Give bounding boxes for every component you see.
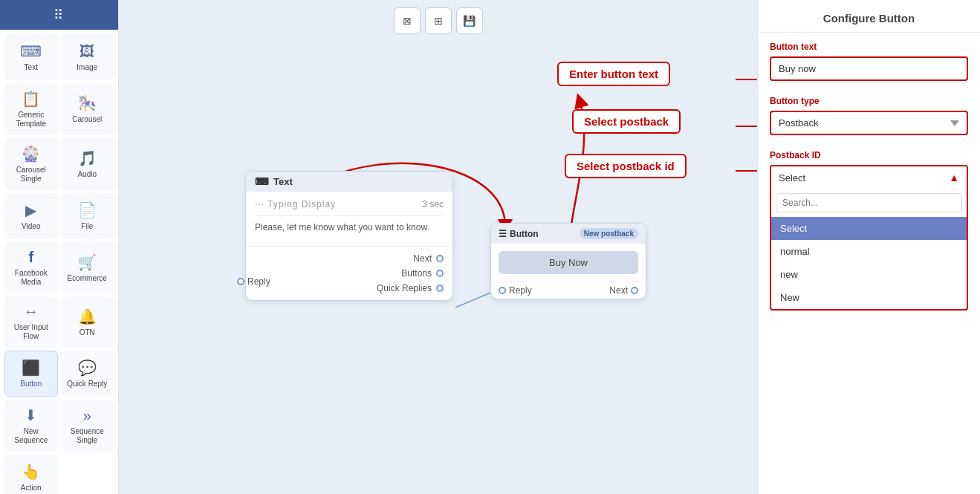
port-reply-label: Reply — [247, 276, 270, 287]
button-node-title: Button — [510, 229, 539, 239]
sidebar: ⠿ ⌨ Text 🖼 Image 📋 Generic Template 🎠 Ca… — [0, 0, 119, 494]
dropdown-option-New[interactable]: New — [771, 286, 967, 309]
button-type-select[interactable]: Postback URL — [770, 111, 968, 135]
text-node-header: ⌨ Text — [246, 172, 452, 192]
port-next-label: Next — [413, 253, 432, 264]
sidebar-item-audio[interactable]: 🎵 Audio — [61, 138, 114, 190]
new-sequence-icon: ⬇ — [25, 406, 37, 424]
annotation-enter-button-text-label: Enter button text — [557, 62, 670, 86]
video-icon: ▶ — [25, 201, 36, 219]
button-type-field: Button type Postback URL — [758, 87, 980, 141]
ecommerce-icon: 🛒 — [78, 253, 97, 271]
button-node-icon: ☰ — [499, 229, 507, 239]
text-node-body: ··· Typing Display 3 sec Please, let me … — [246, 192, 452, 246]
sidebar-item-ecommerce[interactable]: 🛒 Ecommerce — [61, 242, 114, 293]
facebook-icon: f — [28, 249, 33, 266]
toolbar-btn-expand[interactable]: ⊞ — [425, 7, 452, 34]
text-node-title: Text — [273, 176, 293, 187]
annotation-select-postback-label: Select postback — [572, 109, 681, 134]
sidebar-label-otn: OTN — [79, 328, 95, 337]
sidebar-label-user-input-flow: User Input Flow — [8, 323, 54, 341]
port-buttons-label: Buttons — [401, 268, 432, 279]
sidebar-item-video[interactable]: ▶ Video — [4, 193, 58, 239]
text-node-content: Please, let me know what you want to kno… — [255, 215, 444, 238]
dropdown-option-normal[interactable]: normal — [771, 240, 967, 263]
annotation-select-postback: Select postback — [572, 109, 681, 134]
port-next-row: Next — [255, 251, 444, 266]
sidebar-item-new-sequence[interactable]: ⬇ New Sequence — [4, 400, 58, 452]
sidebar-item-carousel[interactable]: 🎠 Carousel — [61, 83, 114, 135]
sidebar-label-carousel: Carousel — [72, 115, 102, 124]
sidebar-label-file: File — [81, 222, 93, 231]
postback-id-dropdown-list: Select normal new New — [771, 217, 967, 309]
sidebar-item-generic-template[interactable]: 📋 Generic Template — [4, 83, 58, 135]
dropdown-option-select[interactable]: Select — [771, 217, 967, 240]
button-node-body: Buy Now — [491, 244, 646, 282]
text-icon: ⌨ — [20, 42, 42, 60]
port-next-dot[interactable] — [436, 255, 444, 262]
sidebar-label-image: Image — [77, 63, 97, 72]
button-next-label: Next — [609, 285, 628, 296]
right-panel-title: Configure Button — [758, 0, 980, 33]
sidebar-item-user-input-flow[interactable]: ↔ User Input Flow — [4, 296, 58, 348]
sidebar-item-action[interactable]: 👆 Action — [4, 455, 58, 494]
text-node-footer: Next Buttons Quick Replies — [246, 246, 452, 300]
chevron-up-icon: ▲ — [949, 172, 959, 183]
postback-id-search-input[interactable] — [776, 193, 962, 212]
sidebar-item-sequence-single[interactable]: » Sequence Single — [61, 400, 114, 452]
image-icon: 🖼 — [79, 43, 94, 60]
sidebar-label-quick-reply: Quick Reply — [67, 380, 107, 389]
typing-display-row: ··· Typing Display 3 sec — [255, 199, 444, 209]
sidebar-item-text[interactable]: ⌨ Text — [4, 34, 58, 80]
sidebar-label-new-sequence: New Sequence — [8, 427, 54, 445]
button-type-label: Button type — [770, 96, 968, 106]
port-quick-replies-row: Quick Replies — [255, 281, 444, 296]
sidebar-label-facebook-media: Facebook Media — [8, 269, 54, 287]
sidebar-label-ecommerce: Ecommerce — [68, 274, 107, 283]
carousel-icon: 🎠 — [78, 94, 97, 112]
button-icon: ⬛ — [22, 359, 40, 377]
postback-id-dropdown-trigger[interactable]: Select ▲ — [771, 166, 967, 189]
postback-id-label: Postback ID — [770, 150, 968, 160]
port-reply-dot[interactable] — [237, 278, 244, 285]
sidebar-label-text: Text — [25, 63, 38, 72]
sidebar-item-file[interactable]: 📄 File — [61, 193, 114, 239]
text-node: ⌨ Text ··· Typing Display 3 sec Please, … — [245, 171, 453, 301]
button-text-input[interactable] — [770, 56, 968, 81]
toolbar-btn-first[interactable]: ⊠ — [394, 7, 421, 34]
port-quick-replies-dot[interactable] — [436, 285, 444, 292]
postback-id-field: Postback ID Select ▲ Select normal new N… — [758, 141, 980, 316]
sidebar-label-generic-template: Generic Template — [8, 111, 54, 129]
annotation-select-postback-id: Select postback id — [565, 154, 687, 178]
annotation-enter-button-text: Enter button text — [557, 62, 670, 86]
port-buttons-dot[interactable] — [436, 270, 444, 277]
dropdown-option-new[interactable]: new — [771, 263, 967, 286]
sidebar-grid: ⌨ Text 🖼 Image 📋 Generic Template 🎠 Caro… — [0, 30, 118, 494]
button-next-dot[interactable] — [631, 287, 638, 294]
sequence-single-icon: » — [83, 407, 91, 424]
otn-icon: 🔔 — [78, 308, 97, 325]
sidebar-item-image[interactable]: 🖼 Image — [61, 34, 114, 80]
buy-now-button[interactable]: Buy Now — [499, 251, 638, 274]
carousel-single-icon: 🎡 — [22, 145, 40, 163]
sidebar-item-quick-reply[interactable]: 💬 Quick Reply — [61, 351, 114, 397]
button-node-footer: Reply Next — [491, 282, 646, 299]
button-text-label: Button text — [770, 42, 968, 52]
sidebar-header: ⠿ — [0, 0, 118, 30]
user-input-flow-icon: ↔ — [24, 303, 39, 320]
toolbar-btn-save[interactable]: 💾 — [456, 7, 483, 34]
annotation-select-postback-id-label: Select postback id — [565, 154, 687, 178]
sidebar-label-sequence-single: Sequence Single — [65, 427, 111, 445]
quick-reply-icon: 💬 — [78, 359, 97, 377]
button-reply-label: Reply — [509, 285, 532, 296]
typing-time: 3 sec — [422, 199, 444, 209]
sidebar-label-carousel-single: Carousel Single — [8, 166, 54, 183]
sidebar-label-button: Button — [20, 380, 42, 389]
file-icon: 📄 — [78, 201, 97, 219]
button-reply-dot[interactable] — [499, 287, 506, 294]
sidebar-item-button[interactable]: ⬛ Button — [4, 351, 58, 397]
sidebar-item-carousel-single[interactable]: 🎡 Carousel Single — [4, 138, 58, 190]
sidebar-item-otn[interactable]: 🔔 OTN — [61, 296, 114, 348]
sidebar-item-facebook-media[interactable]: f Facebook Media — [4, 242, 58, 293]
postback-id-dropdown-container: Select ▲ Select normal new New — [770, 165, 968, 311]
